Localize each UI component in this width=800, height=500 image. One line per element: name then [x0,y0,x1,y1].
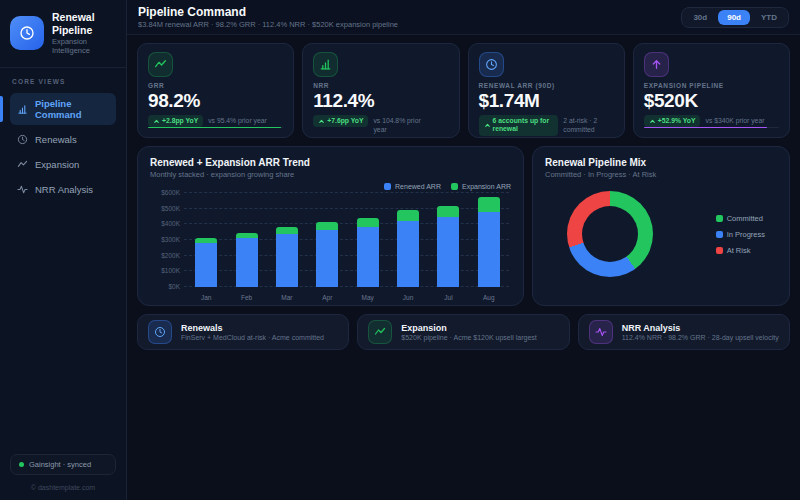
renewed-segment [437,217,459,287]
range-button-ytd[interactable]: YTD [752,10,786,25]
kpi-label: EXPANSION PIPELINE [644,82,779,89]
shortcut-subtitle: FinServ + MedCloud at-risk · Acme commit… [181,334,324,341]
shortcut-subtitle: $520K pipeline · Acme $120K upsell large… [401,334,536,341]
page-subtitle: $3.84M renewal ARR · 98.2% GRR · 112.4% … [138,20,398,29]
donut-legend: Committed In Progress At Risk [716,214,765,255]
expansion-segment [437,206,459,217]
stacked-bar-jan [195,238,217,287]
renewed-segment [316,230,338,287]
sidebar-nav: Pipeline Command Renewals Expansion NRR … [10,93,116,200]
bar-chart-legend: Renewed ARR Expansion ARR [150,182,511,191]
y-axis-tick: $400K [150,220,180,227]
yoy-badge: +52.9% YoY [644,115,701,127]
legend-label: At Risk [727,246,751,255]
legend-label: Renewed ARR [395,183,441,190]
donut-chart [567,191,653,277]
activity-icon [17,184,28,195]
sync-status-label: Gainsight · synced [29,460,91,469]
shortcut-row: Renewals FinServ + MedCloud at-risk · Ac… [137,314,790,350]
legend-swatch [384,183,391,190]
chevron-up-icon [318,118,325,125]
expansion-segment [478,197,500,212]
y-axis-tick: $200K [150,252,180,259]
shortcut-title: Expansion [401,323,536,335]
sidebar-section-label: CORE VIEWS [12,78,114,85]
renewed-segment [195,243,217,287]
kpi-card-grr: GRR 98.2% +2.8pp YoY vs 95.4% prior year [137,43,294,138]
kpi-row: GRR 98.2% +2.8pp YoY vs 95.4% prior year… [137,43,790,138]
kpi-note: vs 104.8% prior year [373,115,433,135]
trend-icon [148,52,173,77]
kpi-label: RENEWAL ARR (90D) [479,82,614,89]
status-dot [19,462,24,467]
stacked-bar-aug [478,197,500,287]
kpi-progress-track [148,127,283,128]
chevron-up-icon [153,118,160,125]
sidebar-item-label: NRR Analysis [35,184,93,195]
bar-chart: $0K$100K$200K$300K$400K$500K$600KJanFebM… [150,193,511,301]
sidebar-item-pipeline-command[interactable]: Pipeline Command [10,93,116,125]
chart-title: Renewed + Expansion ARR Trend [150,157,511,168]
renewed-segment [236,238,258,287]
expansion-segment [276,227,298,234]
x-axis-tick: May [355,294,381,301]
sidebar: Renewal Pipeline Expansion Intelligence … [0,0,127,500]
range-button-90d[interactable]: 90d [718,10,750,25]
clock-icon [10,16,44,50]
kpi-value: 112.4% [313,91,448,111]
activity-icon [589,320,613,344]
stacked-bar-jul [437,206,459,287]
bar-chart-icon [313,52,338,77]
kpi-value: 98.2% [148,91,283,111]
kpi-card-nrr: NRR 112.4% +7.6pp YoY vs 104.8% prior ye… [302,43,459,138]
clock-icon [148,320,172,344]
y-axis-tick: $100K [150,267,180,274]
legend-swatch [716,231,723,238]
sidebar-item-nrr-analysis[interactable]: NRR Analysis [10,179,116,200]
range-button-30d[interactable]: 30d [684,10,716,25]
sidebar-item-label: Renewals [35,134,77,145]
legend-swatch [716,247,723,254]
bars-row [186,197,509,287]
sidebar-item-expansion[interactable]: Expansion [10,154,116,175]
y-axis-tick: $600K [150,189,180,196]
shortcut-card-nrr-analysis[interactable]: NRR Analysis 112.4% NRR · 98.2% GRR · 28… [578,314,790,350]
chart-subtitle: Committed · In Progress · At Risk [545,170,777,179]
page-title: Pipeline Command [138,5,398,19]
app-root: Renewal Pipeline Expansion Intelligence … [0,0,800,500]
sidebar-item-label: Expansion [35,159,79,170]
app-title: Renewal Pipeline [52,11,116,37]
stacked-bar-feb [236,233,258,287]
legend-swatch [716,215,723,222]
trend-icon [368,320,392,344]
y-axis-tick: $0K [150,283,180,290]
arr-trend-panel: Renewed + Expansion ARR Trend Monthly st… [137,146,524,306]
x-axis-tick: Jan [193,294,219,301]
expansion-segment [316,222,338,230]
page-header: Pipeline Command $3.84M renewal ARR · 98… [127,0,800,35]
chevron-up-icon [484,122,491,129]
shortcut-title: NRR Analysis [622,323,779,335]
sidebar-item-label: Pipeline Command [35,98,109,120]
clock-icon [479,52,504,77]
chart-title: Renewal Pipeline Mix [545,157,777,168]
bar-chart-icon [17,104,28,115]
x-axis-tick: Mar [274,294,300,301]
expansion-segment [357,218,379,227]
shortcut-title: Renewals [181,323,324,335]
sidebar-item-renewals[interactable]: Renewals [10,129,116,150]
sync-status: Gainsight · synced [10,454,116,475]
kpi-label: NRR [313,82,448,89]
shortcut-subtitle: 112.4% NRR · 98.2% GRR · 28-day upsell v… [622,334,779,341]
stacked-bar-jun [397,210,419,287]
stacked-bar-may [357,218,379,287]
stacked-bar-apr [316,222,338,287]
legend-label: Expansion ARR [462,183,511,190]
kpi-progress-track [644,127,779,128]
brand: Renewal Pipeline Expansion Intelligence [10,11,116,55]
shortcut-card-expansion[interactable]: Expansion $520K pipeline · Acme $120K up… [357,314,569,350]
renewal-badge: 6 accounts up for renewal [479,115,559,136]
chevron-up-icon [649,118,656,125]
shortcut-card-renewals[interactable]: Renewals FinServ + MedCloud at-risk · Ac… [137,314,349,350]
divider [0,67,126,68]
